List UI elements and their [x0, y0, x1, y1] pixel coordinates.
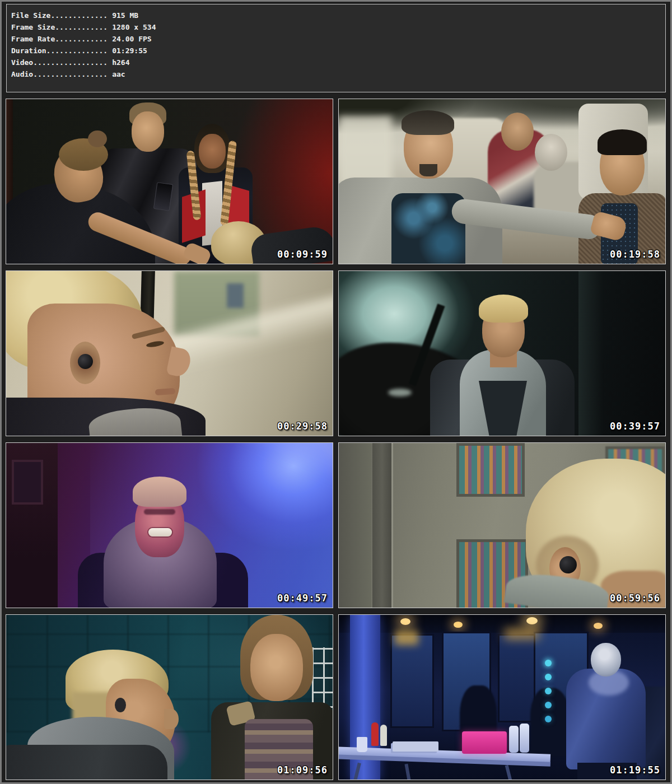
timestamp-overlay: 01:19:55: [610, 764, 660, 776]
screenshot-5-club-grin: 00:49:57: [6, 442, 333, 608]
info-value: 1280 x 534: [108, 23, 156, 31]
info-label: Frame Size............: [11, 23, 108, 31]
table-leg: [505, 765, 512, 780]
info-row-frame-rate: Frame Rate............24.00 FPS: [11, 33, 665, 45]
bowed-head: [591, 643, 621, 676]
man-face: [132, 111, 164, 152]
info-row-audio-codec: Audio.................aac: [11, 68, 665, 80]
info-row-frame-size: Frame Size............1280 x 534: [11, 21, 665, 33]
timestamp-overlay: 00:19:58: [610, 249, 660, 260]
goatee: [419, 164, 437, 176]
chrome-glint: [388, 389, 412, 396]
ketchup-bottle: [371, 722, 379, 746]
wall-shading: [339, 443, 371, 608]
warm-glow: [395, 631, 418, 645]
earbud: [559, 556, 577, 573]
info-label: Audio.................: [11, 70, 108, 78]
cyan-neon-dots: [545, 660, 552, 666]
water-bottle: [509, 726, 519, 753]
timestamp-overlay: 01:09:56: [277, 764, 328, 776]
door-frame: [372, 443, 391, 608]
screenshot-4-garage: 00:39:57: [338, 270, 666, 436]
background-passenger-head: [501, 113, 534, 151]
nose: [164, 709, 179, 729]
dark-jacket: [6, 745, 167, 780]
ceiling-shadow: [339, 615, 666, 633]
earbud: [78, 354, 93, 369]
timestamp-overlay: 00:09:59: [277, 249, 328, 260]
ceiling-light: [594, 623, 603, 629]
timestamp-overlay: 00:29:58: [277, 421, 328, 432]
info-label: Frame Rate............: [11, 35, 108, 43]
building-window: [390, 634, 434, 728]
blond-hair: [479, 295, 528, 323]
tall-man-face: [250, 634, 303, 701]
bright-window: [339, 116, 392, 186]
info-value: h264: [108, 58, 129, 67]
napkin-boxes: [393, 741, 438, 752]
screenshot-6-hallway-head: 00:59:56: [338, 442, 666, 608]
info-row-duration: Duration..............01:29:55: [11, 45, 665, 57]
info-value: 01:29:55: [108, 46, 147, 55]
screenshot-grid: 00:09:59 00:19:58: [6, 99, 666, 780]
window-pane: [227, 283, 244, 308]
pink-box: [462, 731, 507, 754]
info-value: 24.00 FPS: [108, 35, 151, 43]
table-leg: [404, 764, 410, 780]
video-screens-sheet: { "header": { "fields": [ {"label_padded…: [0, 0, 672, 784]
ceiling-light: [526, 617, 538, 624]
timestamp-overlay: 00:39:57: [610, 421, 660, 432]
timestamp-overlay: 00:59:56: [610, 592, 660, 604]
info-label: Video.................: [11, 58, 108, 67]
grinning-teeth: [148, 528, 172, 536]
warm-glow: [505, 628, 539, 640]
info-row-file-size: File Size.............915 MB: [11, 10, 665, 21]
sauce-bottle: [380, 725, 387, 746]
paper-cup: [357, 737, 367, 752]
earbud: [115, 698, 126, 712]
woman-face: [199, 134, 226, 169]
picture-frame: [12, 460, 43, 505]
info-row-video-codec: Video.................h264: [11, 57, 665, 68]
ceiling-light: [454, 622, 463, 628]
shadowed-eyes: [144, 509, 175, 515]
water-bottle: [520, 724, 529, 753]
suit-man-hair: [402, 110, 454, 135]
timestamp-overlay: 00:49:57: [277, 592, 328, 604]
ceiling-light: [400, 618, 410, 625]
person-silhouette: [530, 688, 571, 757]
screenshot-8-night-street: 01:19:55: [338, 614, 666, 780]
info-value: aac: [108, 70, 125, 78]
screenshot-3-profile-closeup: 00:29:58: [6, 270, 333, 436]
hair-bun: [88, 130, 107, 147]
screenshot-2-van-interior: 00:19:58: [338, 99, 666, 264]
media-info-box: File Size.............915 MB Frame Size.…: [6, 4, 666, 92]
info-label: File Size.............: [11, 11, 108, 20]
wall-art-frame: [456, 443, 525, 497]
hallway-pillar: [578, 271, 603, 436]
info-value: 915 MB: [108, 11, 138, 20]
screenshot-1-backstage-group: 00:09:59: [6, 99, 333, 264]
passenger-hair: [598, 129, 647, 155]
info-label: Duration..............: [11, 46, 108, 55]
screenshot-7-two-men: 01:09:56: [6, 614, 333, 780]
blond-hair: [133, 477, 186, 507]
gray-haired-head: [535, 134, 567, 171]
